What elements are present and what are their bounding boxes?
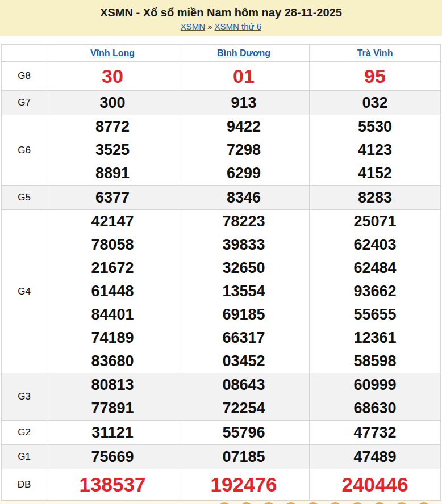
- prize-number: 68630: [310, 397, 440, 420]
- province-header-vinh-long: Vĩnh Long: [47, 45, 178, 62]
- prize-row-G3: G3808137789108643722546099968630: [2, 373, 441, 421]
- prize-cell: 25071624036248493662556551236158598: [310, 210, 441, 373]
- breadcrumb-separator: »: [207, 22, 212, 31]
- prize-number: 4123: [310, 138, 440, 162]
- prize-number: 39833: [178, 233, 309, 257]
- prize-cell: 553041234152: [310, 115, 441, 186]
- prize-number: 60999: [310, 373, 440, 397]
- prize-cell: 47489: [310, 445, 441, 469]
- province-header-binh-duong: Bình Dương: [178, 45, 310, 62]
- prize-number: 47732: [310, 421, 440, 444]
- prize-number: 07185: [178, 446, 309, 469]
- prize-cell: 913: [178, 91, 310, 115]
- prize-row-G7: G7300913032: [2, 91, 441, 115]
- province-header-tra-vinh: Trà Vinh: [310, 45, 441, 62]
- prize-number: 61448: [47, 280, 178, 303]
- prize-cell: 01: [178, 62, 310, 91]
- prize-number: 62403: [310, 233, 440, 257]
- prize-cell: 95: [310, 62, 441, 91]
- prize-cell: 47732: [310, 421, 441, 445]
- prize-cell: 300: [47, 91, 178, 115]
- prize-number: 42147: [47, 210, 178, 233]
- prize-number: 75669: [47, 446, 178, 469]
- prize-cell: 0864372254: [178, 373, 310, 421]
- prize-cell: 6377: [47, 186, 178, 210]
- prize-cell: 42147780582167261448844017418983680: [47, 210, 178, 373]
- prize-number: 3525: [47, 138, 178, 162]
- prize-number: 93662: [310, 280, 440, 303]
- prize-number: 58598: [310, 350, 440, 373]
- prize-row-G5: G5637783468283: [2, 186, 441, 210]
- prize-number: 78058: [47, 233, 178, 257]
- prize-cell: 8283: [310, 186, 441, 210]
- prize-label: G2: [2, 421, 47, 445]
- prize-cell: 75669: [47, 445, 178, 469]
- prize-number: 47489: [310, 446, 440, 469]
- prize-label: G3: [2, 373, 47, 421]
- prize-number: 66317: [178, 326, 309, 350]
- prize-number: 4152: [310, 162, 440, 185]
- breadcrumb-link-xsmn-thu6[interactable]: XSMN thứ 6: [215, 22, 262, 31]
- prize-number: 192476: [178, 469, 309, 500]
- prize-number: 69185: [178, 303, 309, 326]
- province-link-tra-vinh[interactable]: Trà Vinh: [357, 48, 393, 58]
- prize-number: 913: [178, 91, 309, 115]
- prize-row-G8: G8300195: [2, 62, 441, 91]
- prize-cell: 31121: [47, 421, 178, 445]
- prize-number: 8891: [47, 162, 178, 185]
- prize-number: 78223: [178, 210, 309, 233]
- prize-number: 7298: [178, 138, 309, 162]
- prize-cell: 8081377891: [47, 373, 178, 421]
- results-table: Vĩnh Long Bình Dương Trà Vinh G8300195G7…: [1, 44, 441, 501]
- prize-number: 5530: [310, 115, 440, 138]
- title-banner: XSMN - Xổ số miền Nam hôm nay 28-11-2025…: [0, 0, 442, 36]
- prize-row-G6: G6877235258891942272986299553041234152: [2, 115, 441, 186]
- breadcrumb: XSMN»XSMN thứ 6: [0, 20, 442, 33]
- prize-number: 240446: [310, 469, 440, 500]
- prize-cell: 55796: [178, 421, 310, 445]
- prize-number: 25071: [310, 210, 440, 233]
- corner-cell: [2, 45, 47, 62]
- prize-number: 12361: [310, 326, 440, 350]
- prize-number: 08643: [178, 373, 309, 397]
- province-link-binh-duong[interactable]: Bình Dương: [217, 48, 270, 58]
- prize-cell: 942272986299: [178, 115, 310, 186]
- prize-row-G4: G442147780582167261448844017418983680782…: [2, 210, 441, 373]
- prize-row-G2: G2311215579647732: [2, 421, 441, 445]
- province-header-row: Vĩnh Long Bình Dương Trà Vinh: [2, 45, 441, 62]
- prize-number: 30: [47, 62, 178, 90]
- prize-number: 13554: [178, 280, 309, 303]
- prize-label: G5: [2, 186, 47, 210]
- prize-number: 8772: [47, 115, 178, 138]
- prize-cell: 032: [310, 91, 441, 115]
- breadcrumb-link-xsmn[interactable]: XSMN: [181, 22, 205, 31]
- province-link-vinh-long[interactable]: Vĩnh Long: [90, 48, 135, 58]
- prize-cell: 8346: [178, 186, 310, 210]
- prize-cell: 78223398333265013554691856631703452: [178, 210, 310, 373]
- prize-number: 32650: [178, 257, 309, 280]
- prize-label: ĐB: [2, 469, 47, 501]
- prize-number: 31121: [47, 421, 178, 444]
- prize-label: G8: [2, 62, 47, 91]
- prize-number: 138537: [47, 469, 178, 500]
- prize-cell: 877235258891: [47, 115, 178, 186]
- prize-number: 032: [310, 91, 440, 115]
- prize-cell: 138537: [47, 469, 178, 501]
- prize-cell: 240446: [310, 469, 441, 501]
- prize-cell: 30: [47, 62, 178, 91]
- prize-number: 95: [310, 62, 440, 90]
- prize-label: G4: [2, 210, 47, 373]
- prize-number: 8346: [178, 186, 309, 209]
- prize-row-ĐB: ĐB138537192476240446: [2, 469, 441, 501]
- prize-cell: 07185: [178, 445, 310, 469]
- prize-number: 8283: [310, 186, 440, 209]
- prize-number: 6299: [178, 162, 309, 185]
- prize-number: 21672: [47, 257, 178, 280]
- prize-number: 83680: [47, 350, 178, 373]
- prize-number: 55796: [178, 421, 309, 444]
- prize-cell: 6099968630: [310, 373, 441, 421]
- prize-number: 01: [178, 62, 309, 90]
- prize-number: 77891: [47, 397, 178, 420]
- page-title: XSMN - Xổ số miền Nam hôm nay 28-11-2025: [0, 5, 442, 20]
- prize-number: 03452: [178, 350, 309, 373]
